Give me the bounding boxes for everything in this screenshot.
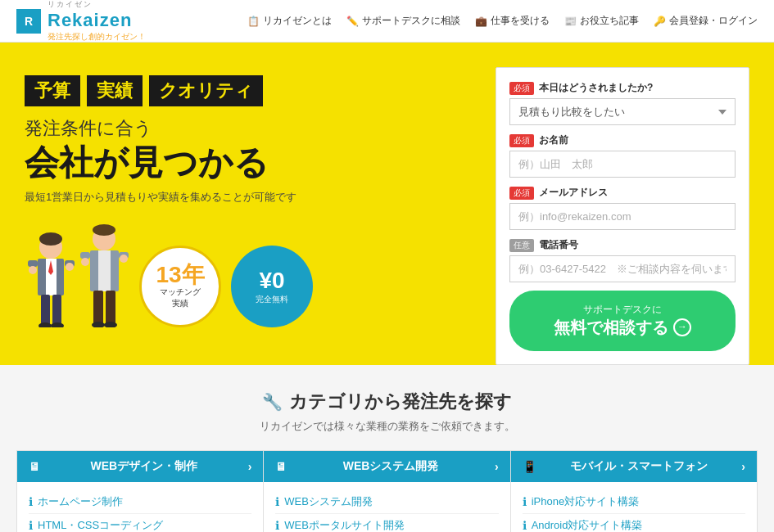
logo-tagline: 発注先探し創的カイゼン！ [48,31,146,43]
hero-left: 予算 実績 クオリティ 発注条件に合う 会社が見つかる 最短1営業日から見積もり… [25,67,479,365]
nav-login[interactable]: 🔑 会員登録・ログイン [654,14,758,28]
optional-badge-phone: 任意 [509,239,534,252]
header: R リカイゼン Rekaizen 発注先探し創的カイゼン！ 📋 リカイゼンとは … [0,0,774,43]
svg-rect-22 [106,291,115,325]
category-title: 🔧 カテゴリから発注先を探す [16,390,758,414]
category-card-mobile: 📱 モバイル・スマートフォン › ℹ iPhone対応サイト構築 ℹ Andro… [511,450,758,532]
form-label-row-name: 必須 お名前 [509,133,736,147]
email-input[interactable] [509,203,736,230]
hero-headline1: 発注条件に合う [25,116,479,141]
consult-button[interactable]: サポートデスクに 無料で相談する → [509,291,736,351]
nav-login-icon: 🔑 [654,16,666,27]
figure-0-num: ¥0 [259,268,284,294]
figure-13-label1: マッチング [160,286,201,298]
logo-ruby: リカイゼン [48,0,93,10]
name-input[interactable] [509,151,736,178]
nav-article-label: お役立ち記事 [580,14,639,28]
hero-section: 予算 実績 クオリティ 発注条件に合う 会社が見つかる 最短1営業日から見積もり… [0,43,774,365]
web-system-item-1-label: WEBポータルサイト開発 [284,518,405,532]
consult-button-sub: サポートデスクに [583,304,662,317]
category-title-icon: 🔧 [262,392,283,412]
category-card-mobile-header[interactable]: 📱 モバイル・スマートフォン › [511,451,757,482]
nav-receive-label: 仕事を受ける [491,14,550,28]
figure-13-num: 13年 [156,264,204,286]
character-woman [25,229,78,327]
nav-login-label: 会員登録・ログイン [669,14,758,28]
category-subtitle: リカイゼンでは様々な業種の業務をご依頼できます。 [16,419,758,434]
web-design-item-0-icon: ℹ [29,495,33,508]
nav-consult[interactable]: ✏️ サポートデスクに相談 [346,14,460,28]
form-phone-label: 電話番号 [539,238,578,252]
category-card-web-system: 🖥 WEBシステム開発 › ℹ WEBシステム開発 ℹ WEBポータルサイト開発… [264,450,510,532]
category-card-web-system-body: ℹ WEBシステム開発 ℹ WEBポータルサイト開発 ℹ 企業向けWEBシステム… [264,482,509,532]
category-card-web-design-header[interactable]: 🖥 WEBデザイン・制作 › [17,451,263,482]
mobile-item-0-label: iPhone対応サイト構築 [532,494,639,509]
mobile-item-1[interactable]: ℹ Android対応サイト構築 [523,514,745,532]
nav-about-icon: 📋 [247,16,260,27]
web-design-header-arrow: › [248,460,252,473]
nav-about[interactable]: 📋 リカイゼンとは [247,14,332,28]
web-design-item-1-icon: ℹ [29,519,33,532]
form-label-row-phone: 任意 電話番号 [509,238,736,252]
form-label-row-email: 必須 メールアドレス [509,186,736,200]
hero-tag-2: クオリティ [149,75,263,106]
web-system-header-label: WEBシステム開発 [343,459,439,474]
web-system-item-0[interactable]: ℹ WEBシステム開発 [275,490,498,514]
web-system-item-0-icon: ℹ [275,495,279,508]
form-email-label: メールアドレス [539,186,608,200]
hero-characters [25,221,131,327]
nav-receive-icon: 💼 [475,16,487,27]
mobile-header-arrow: › [741,460,745,473]
svg-point-20 [120,255,128,263]
web-design-header-label: WEBデザイン・制作 [90,459,197,474]
svg-point-7 [29,266,37,274]
hero-tag-1: 実績 [87,75,143,106]
form-row-name: 必須 お名前 [509,133,736,178]
web-design-item-0[interactable]: ℹ ホームページ制作 [29,490,251,514]
nav-consult-label: サポートデスクに相談 [362,14,460,28]
hero-figures: 13年 マッチング 実績 ¥0 完全無料 [139,246,313,327]
mobile-header-label: モバイル・スマートフォン [570,459,708,474]
form-question-label: 本日はどうされましたか? [539,81,653,95]
category-title-text: カテゴリから発注先を探す [289,390,512,414]
hero-tags: 予算 実績 クオリティ [25,75,479,106]
category-card-mobile-body: ℹ iPhone対応サイト構築 ℹ Android対応サイト構築 ℹ ガラケーサ… [511,482,757,532]
figure-13-label2: 実績 [172,298,188,309]
phone-input[interactable] [509,255,736,282]
consult-button-main-text: 無料で相談する [554,317,668,338]
category-cards: 🖥 WEBデザイン・制作 › ℹ ホームページ制作 ℹ HTML・CSSコーディ… [16,450,758,532]
svg-rect-5 [28,260,38,267]
svg-point-1 [39,232,62,246]
category-card-web-system-header[interactable]: 🖥 WEBシステム開発 › [264,451,509,482]
form-name-label: お名前 [539,133,568,147]
mobile-item-0-icon: ℹ [523,495,527,508]
nav-receive[interactable]: 💼 仕事を受ける [475,14,550,28]
hero-headline2: 会社が見つかる [25,144,479,182]
figure-13-years: 13年 マッチング 実績 [139,246,221,327]
required-badge-email: 必須 [509,187,534,200]
required-badge-name: 必須 [509,134,534,147]
category-section: 🔧 カテゴリから発注先を探す リカイゼンでは様々な業種の業務をご依頼できます。 … [0,365,774,532]
question-select[interactable]: 見積もり比較をしたい [509,98,736,125]
figure-0-free: ¥0 完全無料 [231,246,313,327]
svg-rect-9 [41,295,50,326]
hero-tag-0: 予算 [25,75,80,106]
hero-sub: 最短1営業日から見積もりや実績を集めることが可能です [25,190,479,205]
mobile-item-1-icon: ℹ [523,519,527,532]
web-system-item-0-label: WEBシステム開発 [284,494,373,509]
svg-rect-21 [93,291,103,325]
web-design-item-0-label: ホームページ制作 [38,494,123,509]
web-system-item-1[interactable]: ℹ WEBポータルサイト開発 [275,514,498,532]
logo-text: リカイゼン Rekaizen 発注先探し創的カイゼン！ [48,0,146,43]
nav-article[interactable]: 📰 お役立ち記事 [564,14,639,28]
logo-main: Rekaizen [48,10,146,31]
consult-button-main: 無料で相談する → [554,317,691,338]
nav-about-label: リカイゼンとは [263,14,332,28]
web-system-item-1-icon: ℹ [275,519,279,532]
svg-point-19 [81,258,89,266]
web-system-header-arrow: › [495,460,499,473]
web-design-item-1[interactable]: ℹ HTML・CSSコーディング [29,514,251,532]
mobile-item-0[interactable]: ℹ iPhone対応サイト構築 [523,490,745,514]
logo-icon: R [16,9,41,34]
character-man [78,221,131,327]
